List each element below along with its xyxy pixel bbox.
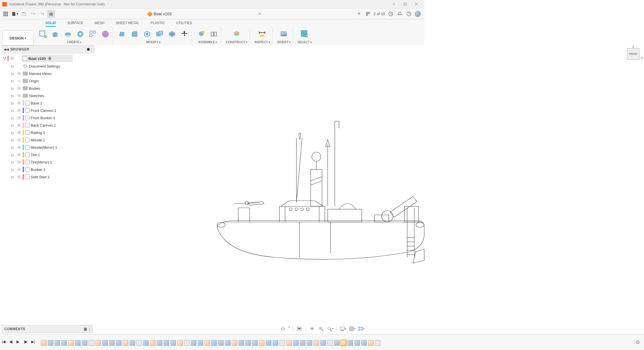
svg-point-56 [245, 201, 248, 205]
modify-dropdown[interactable] [159, 40, 160, 44]
ribbon-group-create: CREATE [36, 28, 113, 44]
document-name: Boat v103 [154, 12, 172, 16]
assemble-dropdown[interactable] [216, 40, 217, 44]
shell-icon[interactable] [142, 29, 152, 39]
undo-icon[interactable]: ↶▾ [29, 10, 37, 18]
ribbon-group-assemble: ASSEMBLE [194, 28, 221, 44]
insert-dropdown[interactable] [289, 40, 290, 44]
new-tab-icon[interactable]: + [356, 11, 362, 17]
create-dropdown[interactable] [80, 40, 81, 44]
tab-surface[interactable]: SURFACE [67, 21, 83, 27]
svg-point-29 [202, 31, 205, 33]
extensions-icon[interactable] [365, 11, 371, 17]
maximize-button[interactable] [399, 0, 411, 8]
data-panel-icon[interactable] [2, 10, 10, 18]
ribbon-group-select: SELECT [295, 28, 314, 44]
ribbon-tabs: SOLID SURFACE MESH SHEET METAL PLASTIC U… [0, 19, 424, 27]
svg-line-64 [296, 138, 302, 202]
ribbon: SOLID SURFACE MESH SHEET METAL PLASTIC U… [0, 19, 424, 46]
svg-rect-10 [3, 15, 5, 16]
svg-point-35 [282, 33, 283, 34]
svg-point-75 [382, 211, 393, 222]
svg-rect-11 [5, 15, 6, 16]
construct-plane-icon[interactable] [232, 29, 241, 39]
svg-point-21 [79, 33, 81, 35]
svg-point-19 [65, 33, 71, 35]
notifications-icon[interactable] [396, 11, 403, 17]
close-button[interactable] [411, 0, 422, 8]
tab-mesh[interactable]: MESH [95, 21, 104, 27]
svg-point-59 [289, 208, 292, 211]
job-status-icon[interactable] [387, 11, 394, 17]
construct-dropdown[interactable] [246, 40, 247, 44]
file-menu-icon[interactable]: ▾ [11, 10, 19, 18]
tab-solid[interactable]: SOLID [45, 21, 56, 27]
inspect-dropdown[interactable] [269, 40, 270, 44]
joint-icon[interactable] [209, 29, 219, 39]
svg-rect-22 [90, 31, 92, 33]
tab-plastic[interactable]: PLASTIC [150, 21, 165, 27]
help-icon[interactable]: ? [405, 11, 412, 17]
job-counter[interactable]: 2 of 10 [374, 12, 385, 16]
canvas[interactable] [0, 45, 424, 230]
app-icon [2, 2, 7, 7]
hole-icon[interactable] [76, 29, 85, 39]
svg-rect-12 [7, 15, 8, 16]
user-avatar[interactable] [415, 11, 421, 17]
revolve-icon[interactable] [63, 29, 73, 39]
create-sketch-icon[interactable] [38, 29, 48, 39]
svg-rect-13 [23, 12, 25, 13]
tab-utilities[interactable]: UTILITIES [176, 21, 192, 27]
insert-icon[interactable] [279, 29, 288, 39]
svg-point-53 [416, 222, 424, 227]
boat-drawing [206, 113, 424, 230]
workspace-selector[interactable]: DESIGN▾ [2, 31, 34, 45]
workspace[interactable]: Z FRONT X ◀◀ BROWSER | ▷ Boat v103 ▷⚙Doc… [0, 45, 424, 230]
svg-rect-5 [5, 12, 6, 13]
svg-rect-74 [328, 209, 362, 222]
svg-rect-9 [7, 13, 8, 14]
form-icon[interactable] [101, 29, 110, 39]
svg-rect-17 [40, 31, 45, 36]
measure-icon[interactable] [257, 29, 267, 39]
svg-rect-6 [7, 12, 8, 13]
ribbon-group-inspect: INSPECT [252, 28, 273, 44]
svg-rect-33 [260, 35, 265, 37]
select-icon[interactable] [300, 29, 310, 39]
svg-point-61 [301, 208, 304, 211]
move-icon[interactable] [180, 29, 189, 39]
new-component-icon[interactable] [196, 29, 206, 39]
home-icon[interactable] [47, 10, 55, 18]
svg-line-66 [311, 177, 322, 181]
fillet-icon[interactable] [130, 29, 139, 39]
extrude-icon[interactable] [51, 29, 60, 39]
svg-point-68 [312, 152, 321, 161]
combine-icon[interactable] [155, 29, 164, 39]
pattern-icon[interactable] [88, 29, 98, 39]
tab-close-icon[interactable]: × [258, 11, 261, 16]
svg-rect-8 [5, 13, 6, 14]
minimize-button[interactable] [388, 0, 399, 8]
document-cube-icon [147, 11, 153, 17]
redo-icon[interactable]: ↷▾ [38, 10, 46, 18]
tab-sheet-metal[interactable]: SHEET METAL [116, 21, 139, 27]
svg-line-55 [234, 203, 260, 204]
svg-rect-7 [3, 13, 5, 14]
titlebar: Autodesk Fusion 360 (Personal - Not for … [0, 0, 424, 9]
svg-rect-1 [404, 3, 406, 5]
press-pull-icon[interactable] [117, 29, 127, 39]
svg-point-25 [102, 31, 108, 37]
split-icon[interactable] [167, 29, 177, 39]
save-icon[interactable] [20, 10, 28, 18]
svg-rect-4 [3, 12, 5, 13]
svg-line-67 [311, 181, 322, 185]
svg-rect-23 [93, 31, 95, 33]
svg-point-60 [295, 208, 298, 211]
document-tab[interactable]: Boat v103 × [145, 10, 264, 18]
quick-access-bar: ▾ ↶▾ ↷▾ Boat v103 × + 2 of 10 ? [0, 9, 424, 19]
ribbon-group-modify: MODIFY [115, 28, 192, 44]
ribbon-group-insert: INSERT [275, 28, 293, 44]
svg-point-62 [306, 208, 309, 211]
select-dropdown[interactable] [310, 40, 312, 44]
ribbon-group-construct: CONSTRUCT [223, 28, 250, 44]
